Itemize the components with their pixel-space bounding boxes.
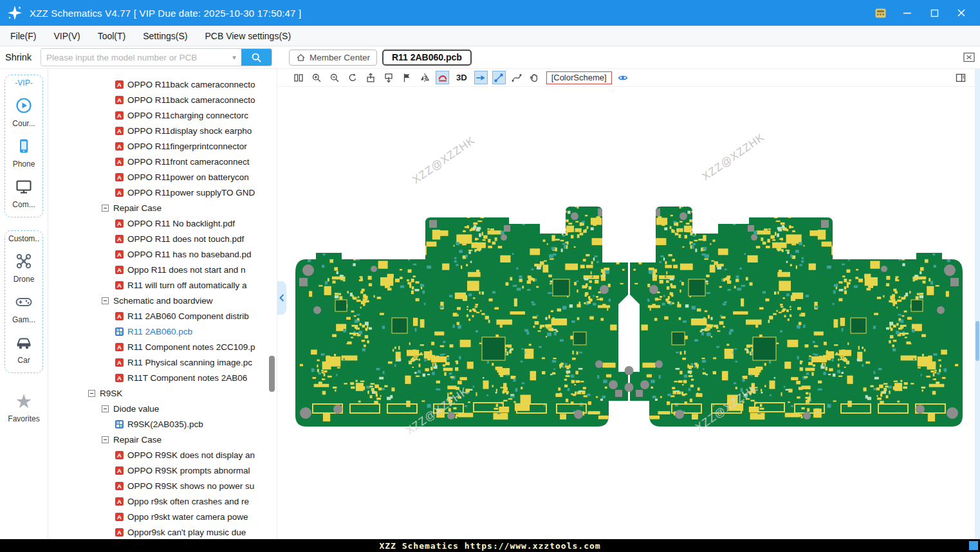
layout-panel-icon[interactable] [954, 71, 967, 84]
collapse-tree-handle[interactable] [277, 281, 286, 315]
pdf-file-icon: A [115, 189, 124, 197]
tree-item[interactable]: AOPPO R9SK prompts abnormal [48, 463, 277, 478]
sidebar-item-cour[interactable]: Cour... [12, 97, 35, 128]
custom-group: Custom.. DroneGam...Car [5, 230, 43, 373]
search-input[interactable] [41, 49, 227, 66]
tree-item[interactable]: AOppo r9sk often crashes and re [48, 493, 277, 509]
tree-item[interactable]: AOPPO R11fingerprintconnector [48, 138, 277, 154]
menu-item-pcbviewsettingss[interactable]: PCB View settings(S) [205, 31, 291, 41]
jump-arrow-icon[interactable] [474, 71, 488, 84]
tree-item[interactable]: AOPPO R11 does not touch.pdf [48, 231, 277, 246]
tree-item[interactable]: Repair Case [48, 432, 277, 447]
pan-hand-icon[interactable] [528, 71, 542, 84]
color-scheme-button[interactable]: [ColorScheme] [546, 71, 612, 84]
tree-item[interactable]: AOPPO R11power supplyTO GND [48, 185, 277, 200]
sidebar-item-gam[interactable]: Gam... [12, 293, 35, 324]
svg-text:A: A [117, 374, 122, 382]
pcb-file-icon [115, 420, 124, 428]
tree-item[interactable]: AOPPO R11 No backlight.pdf [48, 216, 277, 231]
export-bottom-icon[interactable] [382, 71, 395, 84]
pdf-file-icon: A [115, 111, 124, 120]
tree-item-label: OPPO R9SK shows no power su [127, 481, 254, 491]
tree-item[interactable]: AOPPO R11display shock earpho [48, 123, 277, 138]
tree-item[interactable]: AR11 Physical scanning image.pc [48, 354, 277, 370]
three-d-button[interactable]: 3D [454, 71, 470, 84]
chevron-down-icon[interactable]: ▾ [227, 49, 241, 66]
collapse-toggle-icon[interactable] [88, 390, 95, 397]
maximize-button[interactable] [927, 6, 941, 20]
tree-item-label: OPPO R9SK does not display an [127, 450, 255, 460]
tree-item[interactable]: AOppor9sk can't play music due [48, 524, 277, 539]
favorites-label: Favorites [8, 414, 39, 423]
sidebar-item-com[interactable]: Com... [12, 178, 35, 209]
visibility-eye-icon[interactable] [616, 71, 630, 84]
right-scrollbar-thumb[interactable] [975, 321, 979, 361]
tree-item[interactable]: AOPPO R9SK does not display an [48, 447, 277, 463]
layer-flip-icon[interactable] [436, 71, 449, 84]
mirror-icon[interactable] [418, 71, 431, 84]
tree-item[interactable]: AOPPO R11 has no baseband.pd [48, 246, 277, 262]
titlebar-controls [873, 6, 980, 20]
tree-item[interactable]: AR11 will turn off automatically a [48, 277, 277, 293]
tree-item[interactable]: R9SK(2AB035).pcb [48, 416, 277, 432]
pcb-board-svg[interactable]: XZZ@XZZHKXZZ@XZZHKXZZ@XZZHKXZZ@XZZHK [277, 87, 975, 539]
menu-item-settingss[interactable]: Settings(S) [143, 31, 187, 41]
zoom-in-icon[interactable] [310, 71, 323, 84]
tree-item[interactable]: AOPPO R11back cameraconnecto [48, 77, 277, 92]
close-button[interactable] [954, 6, 968, 20]
tree-item[interactable]: AOPPO R11front cameraconnect [48, 154, 277, 169]
svg-text:A: A [117, 452, 122, 459]
tree-item[interactable]: AOPPO R9SK shows no power su [48, 478, 277, 493]
measure-line-icon[interactable] [492, 71, 506, 84]
tree-item[interactable]: AR11 Component notes 2CC109.p [48, 339, 277, 354]
sidebar-item-drone[interactable]: Drone [14, 253, 35, 284]
tree-item[interactable]: R11 2AB060.pcb [48, 324, 277, 339]
tree-item[interactable]: Diode value [48, 401, 277, 416]
flip-vertical-icon[interactable] [400, 71, 413, 84]
right-scrollbar[interactable] [975, 69, 980, 539]
rotate-icon[interactable] [346, 71, 359, 84]
collapse-toggle-icon[interactable] [102, 297, 109, 304]
calculator-icon[interactable] [873, 6, 887, 20]
tree-item[interactable]: AOPPO R11back cameraconnecto [48, 92, 277, 107]
tab-active-pcb[interactable]: R11 2AB060.pcb [382, 50, 472, 66]
tree-item[interactable]: AOppo r9skt water camera powe [48, 509, 277, 524]
split-view-icon[interactable] [291, 71, 305, 84]
menu-item-filef[interactable]: File(F) [10, 31, 36, 41]
minimize-button[interactable] [900, 6, 914, 20]
collapse-toggle-icon[interactable] [102, 205, 109, 212]
menu-item-toolt[interactable]: Tool(T) [98, 31, 126, 41]
svg-text:A: A [117, 158, 122, 165]
curve-icon[interactable] [510, 71, 524, 84]
tree-item[interactable]: AOPPO R11charging connectorc [48, 107, 277, 123]
zoom-out-icon[interactable] [328, 71, 341, 84]
tree-item[interactable]: Repair Case [48, 200, 277, 216]
svg-text:XZZ@XZZHK: XZZ@XZZHK [699, 131, 766, 183]
tree-item[interactable]: AR11 2AB060 Component distrib [48, 308, 277, 324]
vip-group-label: -VIP- [15, 78, 32, 87]
tree-item[interactable]: Schematic and boardview [48, 293, 277, 308]
search-button[interactable] [241, 49, 272, 66]
svg-text:A: A [117, 529, 122, 536]
close-view-icon[interactable] [963, 52, 975, 62]
svg-text:A: A [117, 344, 122, 351]
search-toolbar: Shrink ▾ Member Center R11 2AB060.pcb [0, 46, 980, 69]
menu-item-vipv[interactable]: VIP(V) [53, 31, 80, 41]
shrink-button[interactable]: Shrink [5, 52, 32, 62]
collapse-toggle-icon[interactable] [102, 405, 109, 412]
export-top-icon[interactable] [364, 71, 377, 84]
tree-item[interactable]: AOppo R11 does not start and n [48, 262, 277, 277]
sidebar-item-favorites[interactable]: ★ Favorites [8, 391, 39, 423]
tree-item[interactable]: R9SK [48, 385, 277, 401]
collapse-toggle-icon[interactable] [102, 436, 109, 443]
tree-scrollbar-thumb[interactable] [269, 356, 275, 392]
tree-item-label: OPPO R11power supplyTO GND [127, 188, 255, 198]
svg-text:A: A [117, 282, 122, 289]
tree-item[interactable]: AOPPO R11power on batterycon [48, 169, 277, 185]
pcb-canvas[interactable]: XZZ@XZZHKXZZ@XZZHKXZZ@XZZHKXZZ@XZZHK [277, 87, 975, 539]
tree-item-label: R11 Component notes 2CC109.p [127, 342, 255, 352]
tree-item[interactable]: AR11T Component notes 2AB06 [48, 370, 277, 385]
sidebar-item-car[interactable]: Car [15, 334, 32, 365]
member-center-button[interactable]: Member Center [289, 50, 377, 66]
sidebar-item-phone[interactable]: Phone [13, 138, 35, 169]
